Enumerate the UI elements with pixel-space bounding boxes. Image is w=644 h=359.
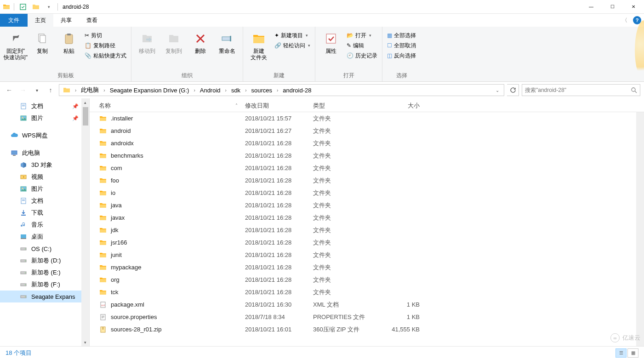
table-row[interactable]: android2018/10/21 16:27文件夹 bbox=[90, 125, 644, 137]
header-type[interactable]: 类型 bbox=[309, 102, 380, 110]
select-invert-button[interactable]: ◫反向选择 bbox=[385, 51, 418, 61]
sidebar-item[interactable]: WPS网盘 bbox=[0, 130, 81, 142]
header-name[interactable]: 名称˄ bbox=[90, 102, 241, 110]
history-button[interactable]: 🕘历史记录 bbox=[345, 51, 379, 61]
file-date: 2018/10/21 16:27 bbox=[241, 127, 309, 134]
up-button[interactable]: ↑ bbox=[45, 85, 56, 96]
help-icon[interactable]: ? bbox=[633, 16, 641, 24]
table-row[interactable]: com2018/10/21 16:28文件夹 bbox=[90, 162, 644, 174]
recent-dropdown[interactable]: ▾ bbox=[31, 85, 42, 96]
sidebar-item[interactable]: Seagate Expans bbox=[0, 291, 81, 302]
table-row[interactable]: .installer2018/10/21 15:57文件夹 bbox=[90, 112, 644, 125]
table-row[interactable]: mypackage2018/10/21 16:28文件夹 bbox=[90, 261, 644, 274]
sidebar-item[interactable]: 图片 bbox=[0, 183, 81, 195]
sidebar-item[interactable]: 图片📌 bbox=[0, 112, 81, 124]
view-icons-button[interactable]: ▦ bbox=[627, 348, 638, 358]
rename-button[interactable]: 重命名 bbox=[214, 29, 240, 54]
pin-quickaccess-button[interactable]: 固定到" 快速访问" bbox=[3, 29, 28, 61]
paste-button[interactable]: 粘贴 bbox=[56, 29, 82, 54]
table-row[interactable]: benchmarks2018/10/21 16:28文件夹 bbox=[90, 149, 644, 162]
header-size[interactable]: 大小 bbox=[380, 102, 423, 110]
minimize-button[interactable]: — bbox=[581, 0, 602, 14]
refresh-button[interactable] bbox=[507, 84, 519, 96]
paste-shortcut-button[interactable]: 📎粘贴快捷方式 bbox=[83, 51, 128, 61]
select-all-button[interactable]: ▦全部选择 bbox=[385, 30, 418, 40]
breadcrumb-item[interactable]: android-28 bbox=[281, 87, 313, 94]
table-row[interactable]: junit2018/10/21 16:28文件夹 bbox=[90, 249, 644, 261]
chevron-right-icon[interactable]: › bbox=[242, 88, 249, 93]
scroll-thumb[interactable] bbox=[83, 107, 88, 125]
select-none-button[interactable]: ☐全部取消 bbox=[385, 40, 418, 51]
chevron-right-icon[interactable]: › bbox=[101, 88, 108, 93]
moveto-button[interactable]: 移动到 bbox=[134, 29, 160, 54]
edit-button[interactable]: ✎编辑 bbox=[345, 40, 379, 51]
newfolder-button[interactable]: 新建 文件夹 bbox=[246, 29, 272, 61]
sidebar-item[interactable]: OS (C:) bbox=[0, 243, 81, 255]
drive-icon bbox=[19, 292, 28, 301]
sidebar-item[interactable]: 视频 bbox=[0, 171, 81, 183]
table-row[interactable]: java2018/10/21 16:28文件夹 bbox=[90, 199, 644, 211]
sidebar-scrollbar[interactable]: ▴ ▾ bbox=[81, 98, 89, 346]
copypath-button[interactable]: 📋复制路径 bbox=[83, 40, 128, 51]
sidebar-item[interactable]: 桌面 bbox=[0, 231, 81, 243]
table-row[interactable]: source.properties2018/7/18 8:34PROPERTIE… bbox=[90, 311, 644, 323]
qat-properties-icon[interactable] bbox=[18, 2, 28, 12]
back-button[interactable]: ← bbox=[4, 85, 15, 96]
maximize-button[interactable]: ☐ bbox=[602, 0, 623, 14]
delete-button[interactable]: 删除 bbox=[188, 29, 213, 54]
table-row[interactable]: tck2018/10/21 16:28文件夹 bbox=[90, 286, 644, 298]
search-input[interactable]: 搜索"android-28" bbox=[522, 84, 640, 96]
sidebar-item[interactable]: 文档📌 bbox=[0, 100, 81, 112]
table-row[interactable]: sources-28_r01.zip2018/10/21 16:01360压缩 … bbox=[90, 323, 644, 336]
newitem-button[interactable]: ✦新建项目▾ bbox=[273, 30, 312, 40]
sidebar-item[interactable]: 此电脑 bbox=[0, 147, 81, 159]
breadcrumb-item[interactable]: sources bbox=[249, 87, 274, 94]
chevron-right-icon[interactable]: › bbox=[191, 88, 198, 93]
tab-share[interactable]: 共享 bbox=[53, 14, 79, 27]
ribbon-collapse-icon[interactable]: 〈 bbox=[618, 17, 631, 24]
breadcrumb-item[interactable]: Seagate Expansion Drive (G:) bbox=[108, 87, 191, 94]
view-details-button[interactable]: ☰ bbox=[616, 348, 627, 358]
table-row[interactable]: xmlpackage.xml2018/10/21 16:30XML 文档1 KB bbox=[90, 298, 644, 311]
scroll-up-icon[interactable]: ▴ bbox=[81, 98, 89, 106]
qat-dropdown-icon[interactable]: ▾ bbox=[44, 2, 54, 12]
table-row[interactable]: org2018/10/21 16:28文件夹 bbox=[90, 274, 644, 286]
table-row[interactable]: javax2018/10/21 16:28文件夹 bbox=[90, 211, 644, 224]
sidebar-item[interactable]: 3D 对象 bbox=[0, 159, 81, 171]
breadcrumb-item[interactable]: 此电脑 bbox=[79, 86, 101, 94]
tab-home[interactable]: 主页 bbox=[28, 14, 53, 27]
breadcrumb-item[interactable]: Android bbox=[198, 87, 222, 94]
addr-dropdown-icon[interactable]: ⌄ bbox=[493, 88, 502, 93]
file-date: 2018/10/21 16:28 bbox=[241, 202, 309, 209]
copy-button[interactable]: 复制 bbox=[29, 29, 55, 54]
close-button[interactable]: ✕ bbox=[623, 0, 644, 14]
sidebar-item[interactable]: 文档 bbox=[0, 195, 81, 207]
open-button[interactable]: 📂打开▾ bbox=[345, 30, 379, 40]
chevron-right-icon[interactable]: › bbox=[222, 88, 229, 93]
table-row[interactable]: jsr1662018/10/21 16:28文件夹 bbox=[90, 236, 644, 249]
chevron-right-icon[interactable]: › bbox=[274, 88, 281, 93]
table-row[interactable]: jdk2018/10/21 16:28文件夹 bbox=[90, 224, 644, 236]
easyaccess-button[interactable]: 🔗轻松访问▾ bbox=[273, 40, 312, 51]
sidebar-item[interactable]: 新加卷 (E:) bbox=[0, 267, 81, 279]
sidebar-item[interactable]: 新加卷 (D:) bbox=[0, 255, 81, 267]
table-row[interactable]: io2018/10/21 16:28文件夹 bbox=[90, 187, 644, 199]
breadcrumb-item[interactable]: sdk bbox=[229, 87, 242, 94]
cut-button[interactable]: ✂剪切 bbox=[83, 30, 128, 40]
content-scrollbar[interactable] bbox=[636, 112, 644, 346]
header-date[interactable]: 修改日期 bbox=[241, 102, 309, 110]
scroll-down-icon[interactable]: ▾ bbox=[81, 338, 89, 346]
forward-button[interactable]: → bbox=[17, 85, 28, 96]
sidebar-item[interactable]: 下载 bbox=[0, 207, 81, 219]
tab-view[interactable]: 查看 bbox=[79, 14, 105, 27]
chevron-right-icon[interactable]: › bbox=[72, 88, 79, 93]
sidebar-item[interactable]: 音乐 bbox=[0, 219, 81, 231]
qat-newfolder-icon[interactable] bbox=[31, 2, 41, 12]
table-row[interactable]: androidx2018/10/21 16:28文件夹 bbox=[90, 137, 644, 149]
properties-button[interactable]: 属性 bbox=[318, 29, 344, 54]
table-row[interactable]: foo2018/10/21 16:28文件夹 bbox=[90, 174, 644, 187]
address-bar[interactable]: › 此电脑›Seagate Expansion Drive (G:)›Andro… bbox=[59, 84, 504, 96]
tab-file[interactable]: 文件 bbox=[0, 14, 28, 27]
sidebar-item[interactable]: 新加卷 (F:) bbox=[0, 279, 81, 291]
copyto-button[interactable]: 复制到 bbox=[161, 29, 187, 54]
